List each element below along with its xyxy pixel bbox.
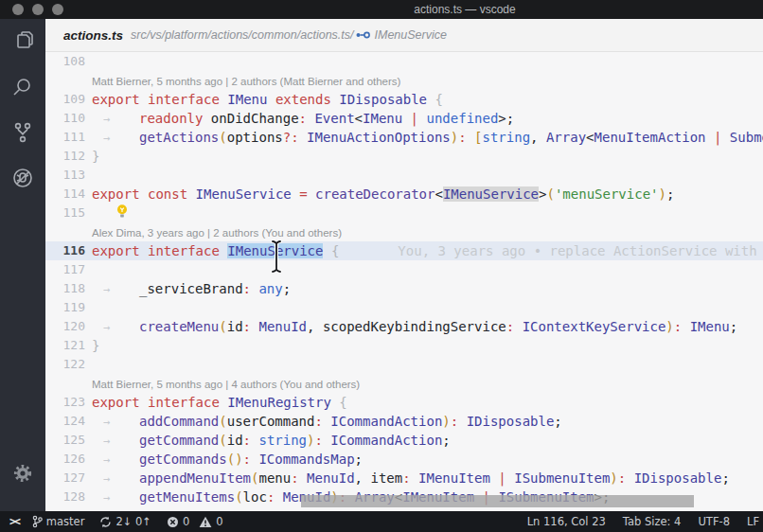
token: scopedKeybindingService bbox=[323, 319, 506, 334]
explorer-icon[interactable] bbox=[0, 19, 45, 64]
codelens-row[interactable]: Matt Bierner, 5 months ago | 4 authors (… bbox=[45, 374, 763, 393]
token: Event bbox=[314, 111, 354, 126]
token: ?: bbox=[283, 130, 307, 145]
token: ICommandAction bbox=[330, 433, 442, 448]
token: IDisposable bbox=[467, 414, 555, 429]
code-line-content: →getActions(options?: IMenuActionOptions… bbox=[85, 128, 763, 147]
editor[interactable]: 108Matt Bierner, 5 months ago | 2 author… bbox=[45, 52, 763, 511]
settings-gear-icon[interactable] bbox=[0, 451, 45, 496]
code-row[interactable]: 122 bbox=[45, 355, 763, 374]
token: : bbox=[618, 470, 634, 486]
token: ( bbox=[219, 319, 226, 334]
tab-arrow: → bbox=[92, 413, 139, 431]
blame-codelens-text[interactable]: Alex Dima, 3 years ago | 2 authors (You … bbox=[92, 227, 342, 239]
search-icon[interactable] bbox=[0, 64, 45, 110]
token: IContextKeyService bbox=[523, 319, 666, 334]
code-row[interactable]: 117 bbox=[45, 260, 763, 279]
window-title: actions.ts — vscode bbox=[414, 0, 515, 19]
blame-codelens: Alex Dima, 3 years ago | 2 authors (You … bbox=[85, 222, 763, 241]
code-row[interactable]: 121} bbox=[45, 336, 763, 355]
error-icon bbox=[167, 516, 179, 528]
blame-codelens-text[interactable]: Matt Bierner, 5 months ago | 4 authors (… bbox=[92, 379, 360, 390]
token: 'menuService' bbox=[555, 186, 659, 202]
code-row[interactable]: 127→appendMenuItem(menu: MenuId, item: I… bbox=[45, 469, 763, 488]
lightbulb-icon[interactable] bbox=[115, 204, 129, 222]
tab-arrow: → bbox=[92, 432, 139, 450]
line-number: 122 bbox=[45, 355, 85, 374]
code-area[interactable]: 108Matt Bierner, 5 months ago | 2 author… bbox=[45, 52, 763, 506]
code-row[interactable]: 109export interface IMenu extends IDispo… bbox=[45, 90, 763, 109]
encoding-item[interactable]: UTF-8 bbox=[698, 515, 730, 528]
code-row[interactable]: 125→getCommand(id: string): ICommandActi… bbox=[45, 431, 763, 450]
code-line-content: →getCommands(): ICommandsMap; bbox=[85, 450, 763, 469]
token: ICommandsMap bbox=[258, 452, 354, 467]
sync-count-label: 2↓ 0↑ bbox=[115, 515, 151, 528]
token: ) bbox=[659, 186, 666, 202]
git-branch-icon bbox=[32, 515, 43, 528]
code-row[interactable]: 116export interface IMenuService {You, 3… bbox=[45, 241, 763, 260]
code-line-content: } bbox=[85, 336, 763, 355]
token: id bbox=[227, 319, 243, 334]
code-row[interactable]: 108 bbox=[45, 52, 763, 71]
token: = bbox=[299, 186, 315, 202]
tab-size-item[interactable]: Tab Size: 4 bbox=[623, 515, 682, 528]
code-line-content bbox=[85, 260, 763, 279]
codelens-row[interactable]: Matt Bierner, 5 months ago | 2 authors (… bbox=[45, 71, 763, 90]
token: ( bbox=[235, 489, 242, 505]
token: > bbox=[539, 186, 546, 202]
token: : bbox=[243, 433, 259, 448]
token: ( bbox=[219, 433, 226, 448]
token: : bbox=[402, 470, 418, 486]
token: options bbox=[227, 130, 283, 145]
collapse-chevrons-icon[interactable]: >< bbox=[9, 515, 19, 528]
token: interface bbox=[148, 92, 227, 107]
token: ) bbox=[610, 470, 617, 486]
token: IMenuService bbox=[196, 186, 300, 202]
problems-item[interactable]: 0 0 bbox=[167, 515, 223, 528]
code-row[interactable]: 118→_serviceBrand: any; bbox=[45, 279, 763, 298]
debug-icon[interactable] bbox=[0, 155, 45, 201]
horizontal-scrollbar[interactable] bbox=[301, 495, 694, 507]
codelens-row[interactable]: Alex Dima, 3 years ago | 2 authors (You … bbox=[45, 222, 763, 241]
cursor-position-item[interactable]: Ln 116, Col 23 bbox=[527, 515, 606, 528]
git-branch-label: master bbox=[46, 515, 85, 528]
code-row[interactable]: 124→addCommand(userCommand: ICommandActi… bbox=[45, 412, 763, 431]
token: , bbox=[530, 130, 546, 145]
code-row[interactable]: 113 bbox=[45, 166, 763, 185]
minimize-window-button[interactable] bbox=[32, 4, 44, 15]
code-row[interactable]: 126→getCommands(): ICommandsMap; bbox=[45, 450, 763, 469]
breadcrumb-symbol[interactable]: IMenuService bbox=[375, 28, 447, 42]
sync-changes-item[interactable]: 2↓ 0↑ bbox=[99, 515, 151, 528]
code-row[interactable]: 120→createMenu(id: MenuId, scopedKeybind… bbox=[45, 317, 763, 336]
close-window-button[interactable] bbox=[12, 4, 24, 15]
code-row[interactable]: 114export const IMenuService = createDec… bbox=[45, 185, 763, 204]
line-number: 128 bbox=[45, 488, 85, 506]
token: { bbox=[339, 395, 346, 410]
breadcrumb-filename[interactable]: actions.ts bbox=[63, 28, 123, 43]
source-control-icon[interactable] bbox=[0, 110, 45, 155]
token: ; bbox=[355, 452, 363, 467]
git-branch-item[interactable]: master bbox=[32, 515, 85, 528]
interface-symbol-icon bbox=[356, 30, 371, 40]
token: : bbox=[243, 452, 259, 467]
eol-item[interactable]: LF bbox=[747, 515, 759, 528]
token: ; bbox=[721, 470, 729, 486]
code-line-content: →_serviceBrand: any; bbox=[85, 279, 763, 298]
token: SubmenuItemAction bbox=[730, 130, 763, 145]
title-bar[interactable]: actions.ts — vscode bbox=[0, 0, 763, 19]
maximize-window-button[interactable] bbox=[52, 4, 63, 15]
token: loc bbox=[243, 489, 267, 505]
token: { bbox=[435, 92, 442, 107]
code-row[interactable]: 111→getActions(options?: IMenuActionOpti… bbox=[45, 128, 763, 147]
blame-codelens-text[interactable]: Matt Bierner, 5 months ago | 2 authors (… bbox=[92, 76, 400, 87]
code-row[interactable]: 119 bbox=[45, 298, 763, 317]
token: interface bbox=[148, 243, 227, 258]
code-row[interactable]: 112} bbox=[45, 147, 763, 166]
breadcrumb-path[interactable]: src/vs/platform/actions/common/actions.t… bbox=[131, 28, 354, 42]
code-line-content bbox=[85, 204, 763, 222]
code-row[interactable]: 110→readonly onDidChange: Event<IMenu | … bbox=[45, 109, 763, 128]
token: { bbox=[331, 243, 339, 258]
code-row[interactable]: 123export interface IMenuRegistry { bbox=[45, 393, 763, 412]
token bbox=[323, 243, 330, 258]
code-row[interactable]: 115 bbox=[45, 204, 763, 222]
